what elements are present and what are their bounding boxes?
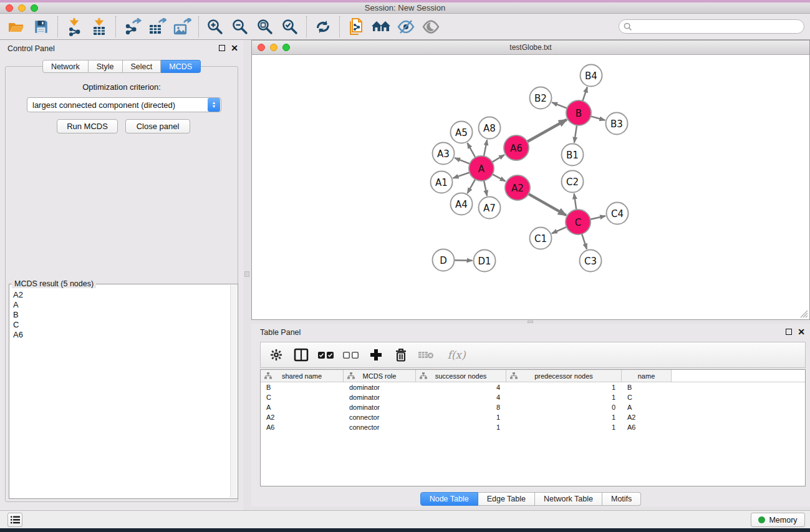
network-graph[interactable]: B4B2BB3A5A8A6A3B1AA1C2A2A4A7C4CC1C3DD1 bbox=[252, 55, 809, 319]
edge-A2-C[interactable] bbox=[528, 194, 566, 215]
export-image-icon[interactable] bbox=[171, 16, 193, 37]
resize-grip-icon[interactable] bbox=[800, 310, 808, 318]
edge-A-A5[interactable] bbox=[467, 143, 475, 157]
tab-edge-table[interactable]: Edge Table bbox=[478, 492, 535, 506]
edge-C-C3[interactable] bbox=[582, 234, 587, 249]
search-field[interactable] bbox=[619, 19, 804, 34]
delete-table-icon[interactable] bbox=[418, 346, 434, 364]
splitter-handle[interactable] bbox=[244, 271, 249, 277]
column-header-shared-name[interactable]: shared name bbox=[261, 370, 344, 382]
column-header-label: predecessor nodes bbox=[534, 372, 593, 380]
edge-A6-B[interactable] bbox=[527, 120, 566, 142]
add-column-icon[interactable] bbox=[368, 346, 384, 364]
close-panel-button[interactable]: Close panel bbox=[125, 119, 190, 133]
edge-C-C1[interactable] bbox=[552, 227, 567, 233]
criterion-dropdown[interactable]: largest connected component (directed) ▲… bbox=[27, 97, 221, 112]
column-header-name[interactable]: name bbox=[622, 370, 672, 382]
table-row[interactable]: A2connector11A2 bbox=[261, 412, 805, 422]
result-scrollbar[interactable] bbox=[230, 285, 237, 498]
zoom-fit-icon[interactable] bbox=[254, 16, 276, 37]
edge-A-A4[interactable] bbox=[468, 179, 476, 193]
hide-unselected-icon[interactable] bbox=[395, 16, 417, 37]
edge-C-C2[interactable] bbox=[574, 193, 577, 210]
result-list-item[interactable]: B bbox=[13, 310, 229, 320]
column-header-successor-nodes[interactable]: successor nodes bbox=[416, 370, 506, 382]
result-list-item[interactable]: A6 bbox=[13, 330, 229, 340]
table-row[interactable]: Adominator80A bbox=[261, 402, 805, 412]
table-row[interactable]: Bdominator41B bbox=[261, 382, 805, 392]
edge-B-B1[interactable] bbox=[574, 125, 577, 143]
node-table[interactable]: shared nameMCDS rolesuccessor nodesprede… bbox=[260, 369, 806, 486]
show-graphics-details-icon[interactable] bbox=[420, 16, 441, 37]
export-table-icon[interactable] bbox=[147, 16, 168, 37]
mcds-result-list[interactable]: A2ABCA6 bbox=[11, 290, 229, 497]
result-list-item[interactable]: A2 bbox=[13, 290, 229, 300]
home-network-icon[interactable] bbox=[370, 16, 392, 37]
edge-B-B3[interactable] bbox=[591, 116, 605, 120]
table-row[interactable]: A6connector11A6 bbox=[261, 422, 805, 432]
node-label: C bbox=[575, 217, 581, 228]
node-label: B3 bbox=[610, 118, 623, 130]
table-cell: 4 bbox=[416, 394, 506, 401]
function-builder-icon[interactable]: f(x) bbox=[447, 349, 465, 361]
edge-A-A3[interactable] bbox=[455, 158, 470, 164]
table-cell: 1 bbox=[416, 423, 506, 431]
column-header-MCDS-role[interactable]: MCDS role bbox=[344, 370, 416, 382]
close-panel-icon[interactable]: ✕ bbox=[231, 45, 238, 51]
node-label: A5 bbox=[455, 127, 468, 138]
node-label: C2 bbox=[566, 177, 579, 188]
dropdown-stepper-icon: ▲▼ bbox=[208, 98, 220, 112]
result-list-item[interactable]: A bbox=[13, 300, 229, 310]
tab-node-table[interactable]: Node Table bbox=[420, 492, 478, 506]
refresh-icon[interactable] bbox=[312, 16, 334, 37]
memory-button[interactable]: Memory bbox=[751, 513, 805, 527]
zoom-out-icon[interactable] bbox=[229, 16, 251, 37]
column-header-predecessor-nodes[interactable]: predecessor nodes bbox=[506, 370, 622, 382]
table-row[interactable]: Cdominator41C bbox=[261, 392, 805, 402]
run-mcds-button[interactable]: Run MCDS bbox=[57, 119, 118, 133]
delete-column-icon[interactable] bbox=[393, 346, 409, 364]
import-network-icon[interactable] bbox=[64, 16, 85, 37]
tab-motifs[interactable]: Motifs bbox=[602, 492, 641, 506]
tab-select[interactable]: Select bbox=[123, 60, 162, 73]
task-history-button[interactable] bbox=[7, 513, 22, 527]
select-all-check-icon[interactable] bbox=[318, 346, 334, 364]
split-columns-icon[interactable] bbox=[293, 346, 309, 364]
import-table-icon[interactable] bbox=[89, 16, 110, 37]
result-list-item[interactable]: C bbox=[13, 320, 229, 330]
node-label: B2 bbox=[534, 93, 547, 104]
edge-A-A6[interactable] bbox=[492, 155, 504, 162]
table-cell: 1 bbox=[506, 423, 622, 431]
edge-C-C4[interactable] bbox=[591, 216, 605, 219]
vertical-splitter[interactable] bbox=[243, 40, 251, 510]
tab-mcds[interactable]: MCDS bbox=[161, 60, 201, 73]
column-header-label: shared name bbox=[282, 372, 322, 380]
app-titlebar: Session: New Session bbox=[0, 2, 810, 14]
edge-A-A2[interactable] bbox=[493, 174, 506, 181]
edge-B-B2[interactable] bbox=[552, 102, 567, 109]
float-panel-icon[interactable] bbox=[219, 45, 225, 51]
network-canvas[interactable]: B4B2BB3A5A8A6A3B1AA1C2A2A4A7C4CC1C3DD1 bbox=[252, 55, 809, 319]
export-network-icon[interactable] bbox=[122, 16, 143, 37]
zoom-in-icon[interactable] bbox=[205, 16, 226, 37]
network-window-titlebar[interactable]: testGlobe.txt bbox=[252, 41, 809, 55]
zoom-selected-icon[interactable] bbox=[279, 16, 301, 37]
save-session-icon[interactable] bbox=[31, 16, 52, 37]
column-header-label: successor nodes bbox=[435, 372, 487, 380]
tab-network[interactable]: Network bbox=[42, 60, 89, 73]
close-panel-icon[interactable]: ✕ bbox=[798, 329, 805, 335]
edge-B-B4[interactable] bbox=[582, 87, 587, 101]
edge-A-A1[interactable] bbox=[453, 173, 470, 178]
gear-icon[interactable] bbox=[268, 346, 284, 364]
deselect-all-check-icon[interactable] bbox=[343, 346, 359, 364]
search-input[interactable] bbox=[632, 20, 804, 33]
tab-network-table[interactable]: Network Table bbox=[535, 492, 602, 506]
table-cell: 0 bbox=[506, 404, 622, 411]
tab-style[interactable]: Style bbox=[89, 60, 123, 73]
edge-A-A7[interactable] bbox=[484, 181, 487, 196]
clone-network-icon[interactable] bbox=[345, 16, 367, 37]
open-session-icon[interactable] bbox=[6, 16, 27, 37]
edge-A-A8[interactable] bbox=[484, 140, 487, 156]
splitter-handle[interactable] bbox=[528, 321, 533, 323]
float-panel-icon[interactable] bbox=[786, 329, 792, 335]
